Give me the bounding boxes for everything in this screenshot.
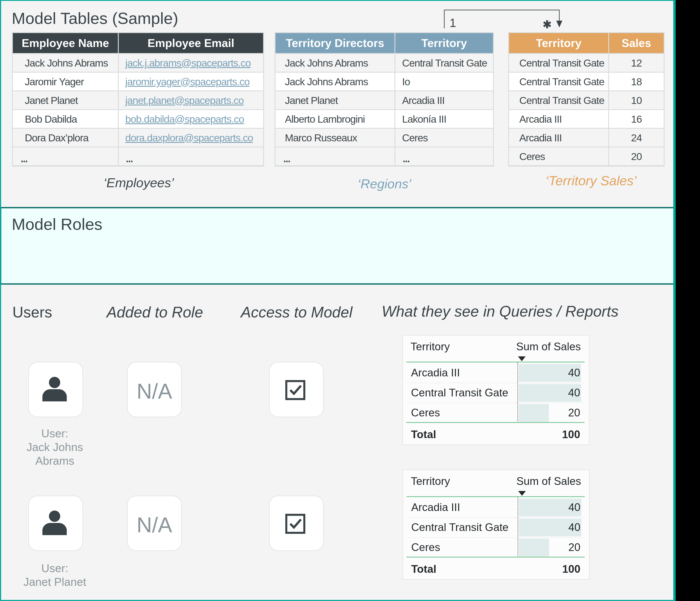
svg-text:1: 1 [449, 16, 456, 30]
